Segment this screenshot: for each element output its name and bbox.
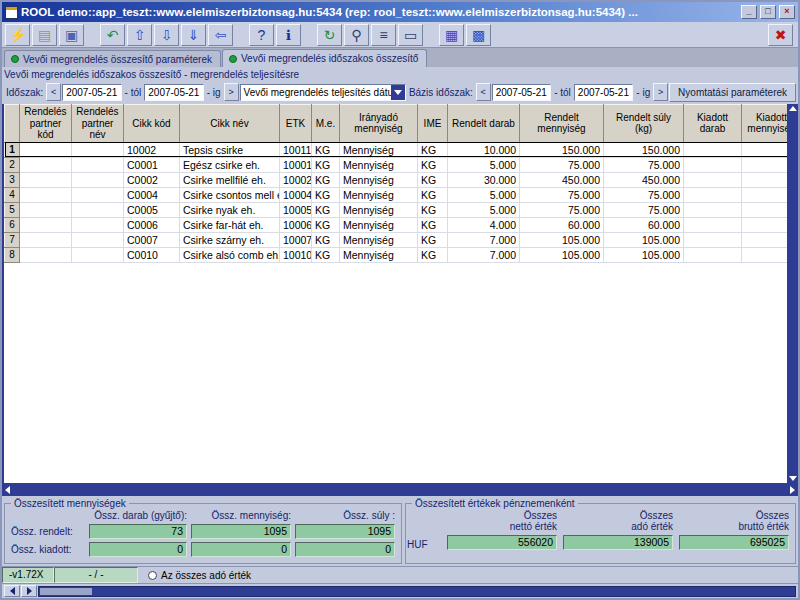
- list-button[interactable]: ≡: [371, 24, 396, 46]
- cell[interactable]: KG: [418, 232, 448, 247]
- cell[interactable]: [72, 202, 124, 217]
- last-record-button[interactable]: ⇓: [181, 24, 206, 46]
- cell[interactable]: C0002: [124, 172, 180, 187]
- cell[interactable]: 7.000: [448, 247, 520, 262]
- period-from-field[interactable]: 2007-05-21: [62, 84, 121, 101]
- cell[interactable]: Csirke far-hát eh.: [180, 217, 280, 232]
- cell[interactable]: 10010: [280, 247, 312, 262]
- cell[interactable]: KG: [312, 217, 340, 232]
- table-row[interactable]: 8C0010Csirke alsó comb eh.10010KGMennyis…: [5, 247, 788, 262]
- cell[interactable]: KG: [312, 172, 340, 187]
- cell[interactable]: KG: [418, 172, 448, 187]
- cell[interactable]: [72, 217, 124, 232]
- cell[interactable]: [742, 187, 788, 202]
- bottom-scroll-track[interactable]: [38, 586, 796, 597]
- cell[interactable]: [742, 172, 788, 187]
- bottom-scroll-left-button[interactable]: [4, 585, 20, 597]
- cell[interactable]: KG: [418, 247, 448, 262]
- minimize-button[interactable]: _: [741, 5, 757, 19]
- cell[interactable]: Csirke szárny eh.: [180, 232, 280, 247]
- cell[interactable]: C0006: [124, 217, 180, 232]
- chart-button[interactable]: ▦: [439, 24, 464, 46]
- table-row[interactable]: 110002Tepsis csirke10011KGMennyiségKG10.…: [5, 142, 788, 157]
- row-number[interactable]: 5: [5, 202, 20, 217]
- cell[interactable]: [72, 247, 124, 262]
- cell[interactable]: 75.000: [520, 202, 604, 217]
- cell[interactable]: Mennyiség: [340, 187, 418, 202]
- close-app-button[interactable]: ✖: [768, 24, 793, 46]
- cell[interactable]: 5.000: [448, 202, 520, 217]
- row-number[interactable]: 8: [5, 247, 20, 262]
- cell[interactable]: Mennyiség: [340, 217, 418, 232]
- cell[interactable]: [742, 142, 788, 157]
- table-row[interactable]: 4C0004Csirke csontos mell eh.10004KGMenn…: [5, 187, 788, 202]
- cell[interactable]: [684, 142, 742, 157]
- column-header[interactable]: Rendelés partner kód: [20, 105, 72, 143]
- cell[interactable]: Csirke alsó comb eh.: [180, 247, 280, 262]
- row-number[interactable]: 6: [5, 217, 20, 232]
- bottom-scroll-right-button[interactable]: [21, 585, 37, 597]
- base-prev-button[interactable]: <: [476, 83, 491, 101]
- column-header[interactable]: IME: [418, 105, 448, 143]
- cell[interactable]: [20, 142, 72, 157]
- cell[interactable]: [72, 157, 124, 172]
- cell[interactable]: [20, 157, 72, 172]
- cell[interactable]: [684, 232, 742, 247]
- cell[interactable]: 150.000: [604, 142, 684, 157]
- cell[interactable]: [742, 232, 788, 247]
- cell[interactable]: Egész csirke eh.: [180, 157, 280, 172]
- cell[interactable]: KG: [312, 202, 340, 217]
- row-number[interactable]: 1: [5, 142, 20, 157]
- cell[interactable]: [684, 247, 742, 262]
- row-number[interactable]: 2: [5, 157, 20, 172]
- table-row[interactable]: 5C0005Csirke nyak eh.10005KGMennyiségKG5…: [5, 202, 788, 217]
- cell[interactable]: 105.000: [604, 232, 684, 247]
- cell[interactable]: KG: [418, 157, 448, 172]
- back-button[interactable]: ⇦: [208, 24, 233, 46]
- print-button[interactable]: ▭: [398, 24, 423, 46]
- cell[interactable]: [20, 232, 72, 247]
- search-button[interactable]: ⚲: [344, 24, 369, 46]
- cell[interactable]: [684, 217, 742, 232]
- scroll-down-icon[interactable]: [789, 476, 797, 481]
- cell[interactable]: 105.000: [520, 247, 604, 262]
- cell[interactable]: 60.000: [604, 217, 684, 232]
- scroll-right-icon[interactable]: [790, 486, 795, 494]
- column-header[interactable]: Rendelés partner név: [72, 105, 124, 143]
- cell[interactable]: C0007: [124, 232, 180, 247]
- tab-2[interactable]: Vevői megrendelés időszakos összesítő: [222, 49, 427, 67]
- cell[interactable]: Csirke nyak eh.: [180, 202, 280, 217]
- cell[interactable]: [72, 187, 124, 202]
- cell[interactable]: [742, 157, 788, 172]
- cell[interactable]: [684, 172, 742, 187]
- cell[interactable]: Mennyiség: [340, 142, 418, 157]
- cell[interactable]: Mennyiség: [340, 202, 418, 217]
- open-button[interactable]: ▤: [32, 24, 57, 46]
- cell[interactable]: Csirke mellfilé eh.: [180, 172, 280, 187]
- cell[interactable]: [742, 202, 788, 217]
- cell[interactable]: 5.000: [448, 187, 520, 202]
- column-header[interactable]: Kiadott mennyiség: [742, 105, 788, 143]
- cell[interactable]: 450.000: [604, 172, 684, 187]
- close-button[interactable]: ×: [779, 5, 795, 19]
- cell[interactable]: 75.000: [604, 157, 684, 172]
- cell[interactable]: 60.000: [520, 217, 604, 232]
- cell[interactable]: [742, 247, 788, 262]
- cell[interactable]: [742, 217, 788, 232]
- cell[interactable]: 75.000: [604, 187, 684, 202]
- save-button[interactable]: ▣: [59, 24, 84, 46]
- table-row[interactable]: 3C0002Csirke mellfilé eh.10002KGMennyisé…: [5, 172, 788, 187]
- cell[interactable]: KG: [418, 142, 448, 157]
- scroll-up-icon[interactable]: [789, 106, 797, 111]
- cell[interactable]: KG: [418, 187, 448, 202]
- dropdown-arrow-icon[interactable]: [391, 85, 405, 100]
- cell[interactable]: 7.000: [448, 232, 520, 247]
- vertical-scrollbar[interactable]: [787, 104, 798, 483]
- cell[interactable]: C0001: [124, 157, 180, 172]
- maximize-button[interactable]: □: [760, 5, 776, 19]
- cell[interactable]: 10002: [280, 172, 312, 187]
- table-row[interactable]: 6C0006Csirke far-hát eh.10006KGMennyiség…: [5, 217, 788, 232]
- column-header[interactable]: Rendelt mennyiség: [520, 105, 604, 143]
- cell[interactable]: 105.000: [520, 232, 604, 247]
- cell[interactable]: 75.000: [520, 157, 604, 172]
